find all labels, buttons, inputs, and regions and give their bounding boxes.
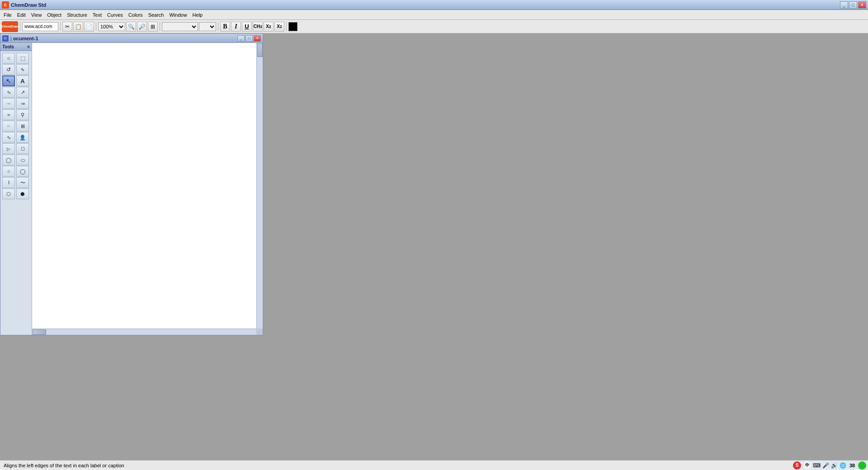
color-swatch[interactable] (288, 22, 297, 31)
zoom-select[interactable]: 100% 50% 75% 150% 200% (98, 22, 125, 31)
horizontal-scrollbar[interactable] (32, 329, 256, 335)
menu-edit[interactable]: Edit (14, 11, 28, 19)
wave-tool-2[interactable]: 〜 (16, 177, 29, 188)
zoom-in-button[interactable]: 🔎 (137, 22, 147, 32)
wave-tool-1[interactable]: ⌇ (2, 177, 15, 188)
toolbar-sep-3 (96, 22, 96, 31)
scrollbar-corner (256, 329, 263, 335)
rect-select-tool[interactable]: ☐ (16, 143, 29, 154)
toolbar-sep-5 (218, 22, 218, 31)
system-tray: S 中 ⌨ 🎤 🔊 🌐 38 (791, 460, 868, 470)
bond-wave-tool[interactable]: ∿ (2, 132, 15, 143)
toolbar-sep-6 (286, 22, 287, 31)
minimize-button[interactable]: _ (840, 1, 848, 9)
ellipse-draw-tool-2[interactable]: ⬭ (16, 155, 29, 165)
font-select[interactable]: Arial Times New Roman Courier (162, 22, 198, 31)
template-tool[interactable]: 👤 (16, 132, 29, 143)
toolbar-sep-1 (20, 22, 20, 31)
selection-tool[interactable]: ⬚ (16, 53, 29, 64)
title-bar-controls: _ □ ✕ (840, 1, 866, 9)
underline-button[interactable]: U (242, 22, 252, 32)
menu-curves[interactable]: Curves (104, 11, 126, 19)
hex-tool-1[interactable]: ⬡ (2, 188, 15, 199)
doc-controls: _ □ ✕ (237, 35, 261, 42)
tray-icon-s[interactable]: S (793, 461, 801, 470)
tray-mic-icon[interactable]: 🎤 (822, 462, 829, 469)
document-window: D | ocument-1 _ □ ✕ Tools ≡ (0, 33, 263, 335)
tray-speaker-icon[interactable]: 🔊 (831, 462, 838, 469)
horizontal-scrollbar-thumb[interactable] (33, 329, 46, 335)
doc-title: | ocument-1 (10, 36, 38, 41)
arrow-double-tool[interactable]: ⇒ (16, 98, 29, 109)
bold-button[interactable]: B (220, 22, 230, 32)
background-area (263, 33, 868, 450)
toolbar: ChemDraw www.acd.com ✂ 📋 📄 100% 50% 75% … (0, 20, 868, 33)
menu-object[interactable]: Object (44, 11, 64, 19)
ellipse-draw-tool-1[interactable]: ◯ (2, 155, 15, 165)
italic-button[interactable]: I (231, 22, 241, 32)
document-canvas[interactable] (32, 43, 256, 329)
menu-window[interactable]: Window (166, 11, 189, 19)
maximize-button[interactable]: □ (849, 1, 857, 9)
url-text: www.acd.com (24, 24, 52, 29)
vertical-scrollbar[interactable] (256, 43, 263, 329)
url-bar[interactable]: www.acd.com (22, 22, 58, 31)
menu-file[interactable]: File (1, 11, 14, 19)
tray-icon-cn[interactable]: 中 (803, 461, 811, 470)
zoom-fit-button[interactable]: ⊞ (148, 22, 158, 32)
circle-tool-2[interactable]: ◯ (16, 166, 29, 177)
main-area: D | ocument-1 _ □ ✕ Tools ≡ (0, 33, 868, 460)
font-size-select[interactable]: 8 10 12 14 18 24 (199, 22, 216, 31)
doc-icon: D (2, 35, 9, 42)
superscript-button[interactable]: X2 (274, 22, 284, 32)
menu-structure[interactable]: Structure (64, 11, 90, 19)
doc-close-button[interactable]: ✕ (254, 35, 261, 42)
grid-ring-tool[interactable]: ⊞ (16, 121, 29, 132)
menu-text[interactable]: Text (90, 11, 104, 19)
arrow-tool[interactable]: ↖ (2, 75, 15, 86)
wavy-line-tool[interactable]: ≈ (2, 109, 15, 120)
vertical-scrollbar-thumb[interactable] (257, 43, 263, 57)
ring-tool[interactable]: ⁙ (2, 121, 15, 132)
rotate-tool[interactable]: ↺ (2, 64, 15, 75)
menu-view[interactable]: View (28, 11, 45, 19)
text-tool[interactable]: A (16, 75, 29, 86)
tools-expand-icon[interactable]: ≡ (27, 44, 30, 49)
toolbar-sep-4 (160, 22, 160, 31)
subscript-button[interactable]: X2 (264, 22, 274, 32)
title-bar: C ChemDraw Std _ □ ✕ (0, 0, 868, 10)
tray-keyboard-icon[interactable]: ⌨ (813, 462, 821, 469)
circle-tool-1[interactable]: ○ (2, 166, 15, 177)
eraser-tool[interactable]: ✎ (16, 64, 29, 75)
tools-panel: Tools ≡ ○ ⬚ ↺ ✎ ↖ A ∿ ↗ → (0, 43, 32, 335)
copy-button[interactable]: 📋 (73, 22, 83, 32)
tray-time: 38 (848, 461, 856, 470)
atom-map-tool[interactable]: ⚲ (16, 109, 29, 120)
arrow-straight-tool[interactable]: → (2, 98, 15, 109)
bond-angled-tool[interactable]: ↗ (16, 87, 29, 98)
tray-green-icon[interactable] (858, 461, 866, 470)
canvas-container (32, 43, 256, 329)
lasso-tool[interactable]: ○ (2, 53, 15, 64)
menu-bar: File Edit View Object Structure Text Cur… (0, 10, 868, 20)
hex-tool-2[interactable]: ⬢ (16, 188, 29, 199)
doc-minimize-button[interactable]: _ (237, 35, 245, 42)
toolbar-sep-2 (60, 22, 61, 31)
title-bar-left: C ChemDraw Std (2, 1, 46, 9)
doc-maximize-button[interactable]: □ (245, 35, 253, 42)
paste-button[interactable]: 📄 (84, 22, 94, 32)
close-button[interactable]: ✕ (858, 1, 866, 9)
chem-button[interactable]: CH3 (253, 22, 263, 32)
app-logo-icon: C (2, 1, 9, 9)
doc-content-area: Tools ≡ ○ ⬚ ↺ ✎ ↖ A ∿ ↗ → (0, 43, 263, 335)
cut-button[interactable]: ✂ (62, 22, 72, 32)
play-button-tool[interactable]: ▷ (2, 143, 15, 154)
tray-network-icon[interactable]: 🌐 (840, 462, 846, 469)
menu-help[interactable]: Help (190, 11, 206, 19)
status-bar: Aligns the left edges of the text in eac… (0, 460, 868, 470)
menu-search[interactable]: Search (146, 11, 167, 19)
menu-colors[interactable]: Colors (126, 11, 146, 19)
tools-grid: ○ ⬚ ↺ ✎ ↖ A ∿ ↗ → ⇒ ≈ ⚲ (0, 51, 32, 201)
zoom-out-button[interactable]: 🔍 (126, 22, 136, 32)
curve-freehand-tool[interactable]: ∿ (2, 87, 15, 98)
